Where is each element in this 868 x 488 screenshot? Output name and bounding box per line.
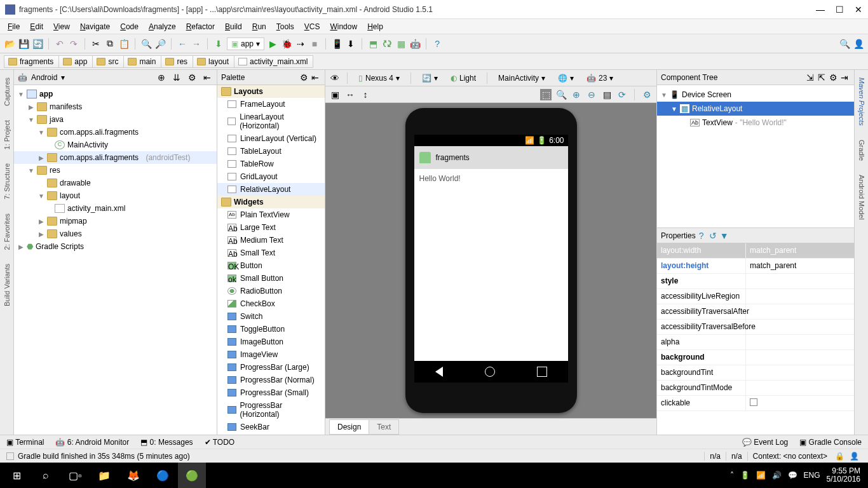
maximize-button[interactable]: ☐: [835, 5, 844, 14]
gear-icon[interactable]: ⚙: [186, 72, 198, 83]
find-icon[interactable]: 🔍: [140, 38, 152, 50]
paste-icon[interactable]: 📋: [118, 38, 130, 50]
copy-icon[interactable]: ⧉: [104, 38, 116, 50]
menu-navigate[interactable]: Navigate: [75, 21, 115, 32]
user-icon[interactable]: 👤: [853, 38, 864, 50]
back-icon[interactable]: ←: [177, 38, 188, 50]
tray-battery-icon[interactable]: 🔋: [740, 471, 750, 480]
menu-code[interactable]: Code: [115, 21, 144, 32]
tree-mainactivity[interactable]: CMainActivity: [14, 139, 217, 151]
orientation-dropdown[interactable]: 🔄▾: [417, 72, 442, 85]
sdk-icon[interactable]: ⬇: [345, 38, 356, 50]
pal-button[interactable]: OKButton: [217, 259, 325, 272]
tray-volume-icon[interactable]: 🔊: [772, 471, 782, 480]
rail-maven[interactable]: Maven Projects: [858, 72, 865, 131]
gear-icon[interactable]: ⚙: [641, 89, 653, 100]
task-view-button[interactable]: ▢▫: [61, 463, 89, 488]
device-content[interactable]: Hello World!: [414, 169, 568, 361]
firefox-button[interactable]: 🦊: [119, 463, 147, 488]
pal-tablerow[interactable]: TableRow: [217, 158, 325, 170]
pal-progress-l[interactable]: ProgressBar (Large): [217, 361, 325, 374]
target-icon[interactable]: ⊕: [156, 72, 167, 83]
property-row[interactable]: clickable: [657, 396, 854, 411]
rail-gradle[interactable]: Gradle: [858, 135, 865, 166]
ct-device-screen[interactable]: ▼📱Device Screen: [657, 88, 854, 102]
status-icon[interactable]: [6, 452, 14, 460]
pal-medium-text[interactable]: AbMedium Text: [217, 234, 325, 247]
pal-textview[interactable]: AbPlain TextView: [217, 208, 325, 221]
tree-layout[interactable]: ▼layout: [14, 189, 217, 202]
restore-icon[interactable]: ↺: [707, 230, 719, 241]
property-row[interactable]: accessibilityTraversalBefore: [657, 320, 854, 335]
search-button[interactable]: ⌕: [32, 463, 60, 488]
menu-tools[interactable]: Tools: [271, 21, 299, 32]
property-row[interactable]: backgroundTint: [657, 365, 854, 381]
event-log-button[interactable]: 💬 Event Log: [742, 438, 788, 447]
pal-imagebutton[interactable]: ImageButton: [217, 336, 325, 348]
tree-res[interactable]: ▼res: [14, 164, 217, 177]
rail-project[interactable]: 1: Project: [3, 115, 11, 154]
tray-clock[interactable]: 9:55 PM 5/10/2016: [827, 467, 860, 484]
bc-src[interactable]: src: [92, 55, 124, 68]
save-icon[interactable]: 💾: [18, 38, 29, 50]
android-robot-icon[interactable]: 🤖: [409, 38, 421, 50]
help-icon[interactable]: ?: [696, 230, 707, 241]
palette-group-widgets[interactable]: Widgets: [217, 196, 325, 208]
menu-help[interactable]: Help: [362, 21, 388, 32]
android-studio-button[interactable]: 🟢: [178, 463, 206, 488]
palette-group-layouts[interactable]: Layouts: [217, 85, 325, 98]
property-row[interactable]: layout:heightmatch_parent: [657, 259, 854, 274]
nav-recent-icon[interactable]: [537, 367, 547, 377]
collapse-icon[interactable]: ⇱: [816, 72, 827, 83]
tree-app[interactable]: ▼app: [14, 88, 217, 100]
property-row[interactable]: accessibilityLiveRegion: [657, 289, 854, 304]
open-icon[interactable]: 📂: [4, 38, 15, 50]
bc-file[interactable]: activity_main.xml: [234, 55, 313, 68]
hello-text[interactable]: Hello World!: [419, 174, 461, 183]
pal-table[interactable]: TableLayout: [217, 145, 325, 158]
pal-radio[interactable]: RadioButton: [217, 285, 325, 297]
pal-progress-n[interactable]: ProgressBar (Normal): [217, 374, 325, 386]
menu-file[interactable]: File: [3, 21, 25, 32]
pal-linear-h[interactable]: LinearLayout (Horizontal): [217, 111, 325, 132]
zoom-out-icon[interactable]: ⊖: [586, 89, 597, 100]
menu-build[interactable]: Build: [220, 21, 247, 32]
pal-progress-s[interactable]: ProgressBar (Small): [217, 386, 325, 399]
refresh-icon[interactable]: ⟳: [616, 89, 628, 100]
undo-icon[interactable]: ↶: [54, 38, 65, 50]
pal-large-text[interactable]: AbLarge Text: [217, 221, 325, 234]
project-mode-label[interactable]: Android: [31, 73, 57, 82]
menu-vcs[interactable]: VCS: [299, 21, 325, 32]
monitor-icon[interactable]: ⬒: [367, 38, 379, 50]
menu-analyze[interactable]: Analyze: [144, 21, 181, 32]
pal-seekbar[interactable]: SeekBar: [217, 421, 325, 433]
ct-relativelayout[interactable]: ▼▦RelativeLayout: [657, 102, 854, 116]
pal-relative[interactable]: RelativeLayout: [217, 183, 325, 196]
chevron-down-icon[interactable]: ▾: [61, 73, 65, 82]
tree-manifests[interactable]: ▶manifests: [14, 100, 217, 113]
hselect-icon[interactable]: ↔: [344, 89, 356, 100]
lock-icon[interactable]: 🔒: [832, 452, 847, 461]
property-row[interactable]: backgroundTintMode: [657, 381, 854, 396]
hide-icon[interactable]: ⇤: [201, 72, 213, 83]
api-dropdown[interactable]: 🤖23▾: [582, 72, 618, 85]
messages-button[interactable]: ⬒ 0: Messages: [140, 438, 193, 447]
menu-refactor[interactable]: Refactor: [181, 21, 220, 32]
filter-icon[interactable]: ▼: [719, 230, 730, 241]
inspector-icon[interactable]: 👤: [847, 452, 862, 461]
rail-favorites[interactable]: 2: Favorites: [3, 208, 11, 255]
device-dropdown[interactable]: ▯Nexus 4▾: [354, 72, 404, 85]
forward-icon[interactable]: →: [191, 38, 202, 50]
redo-icon[interactable]: ↷: [68, 38, 79, 50]
tree-java[interactable]: ▼java: [14, 113, 217, 126]
activity-dropdown[interactable]: MainActivity▾: [494, 72, 550, 85]
bc-res[interactable]: res: [161, 55, 193, 68]
ct-textview[interactable]: AbTextView - "Hello World!": [657, 116, 854, 130]
eye-icon[interactable]: 👁: [329, 72, 341, 84]
vselect-icon[interactable]: ↕: [360, 89, 371, 100]
gradle-console-button[interactable]: ▣ Gradle Console: [799, 438, 862, 447]
menu-edit[interactable]: Edit: [25, 21, 48, 32]
rail-build-variants[interactable]: Build Variants: [3, 259, 11, 311]
hide-icon[interactable]: ⇥: [839, 72, 850, 83]
tree-gradle[interactable]: ▶⬣Gradle Scripts: [14, 240, 217, 253]
